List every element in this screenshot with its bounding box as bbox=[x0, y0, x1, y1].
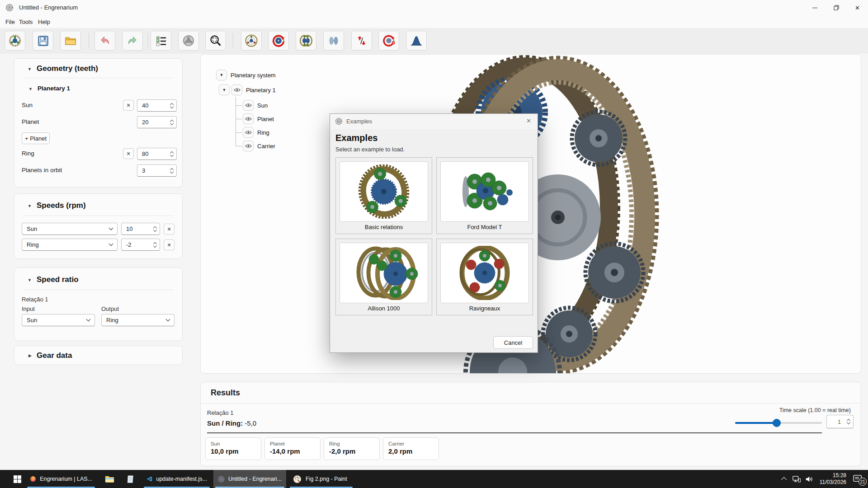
speed-arrows-icon bbox=[356, 35, 368, 47]
basic-relations-thumb-icon bbox=[348, 164, 420, 219]
save-button[interactable] bbox=[33, 31, 53, 51]
result-value: -2,0 rpm bbox=[329, 447, 374, 455]
planets-in-orbit-spinner[interactable]: 3 bbox=[137, 164, 177, 177]
remove-sun-button[interactable]: ✕ bbox=[123, 100, 134, 111]
new-project-button[interactable] bbox=[5, 31, 25, 51]
tree-item-label[interactable]: Sun bbox=[257, 102, 268, 109]
speeds-panel: ▼ Speeds (rpm) Sun 10 ✕ Ring -2 ✕ bbox=[14, 193, 183, 259]
scene-tree: ▼ Planetary system ▼ Planetary 1 Sun Pla… bbox=[201, 55, 336, 159]
expand-caret-icon[interactable]: ▶ bbox=[28, 353, 32, 358]
taskbar-item-engrenarium[interactable]: Untitled - Engrenari... bbox=[213, 470, 286, 488]
collapse-caret-icon[interactable]: ▼ bbox=[28, 278, 32, 282]
remove-ring-button[interactable]: ✕ bbox=[123, 148, 134, 159]
visibility-toggle-carrier[interactable] bbox=[243, 141, 254, 151]
collapse-caret-icon[interactable]: ▼ bbox=[28, 67, 32, 71]
zoom-fit-button[interactable] bbox=[205, 31, 226, 51]
example-thumbnail bbox=[340, 243, 428, 303]
taskbar-item-notepad[interactable] bbox=[120, 470, 140, 488]
minimize-button[interactable] bbox=[804, 0, 826, 15]
ratio-output-select[interactable]: Ring bbox=[101, 314, 175, 326]
sun-teeth-spinner[interactable]: 40 bbox=[137, 99, 177, 112]
dialog-close-button[interactable]: ✕ bbox=[526, 117, 531, 124]
restore-button[interactable] bbox=[826, 0, 847, 15]
tree-line bbox=[236, 105, 242, 106]
taskbar-item-vscode[interactable]: update-manifest.js... bbox=[142, 470, 212, 488]
taskbar-item-explorer[interactable] bbox=[99, 470, 119, 488]
planetary-view-button[interactable] bbox=[241, 31, 262, 51]
tree-collapse-group-button[interactable]: ▼ bbox=[219, 84, 230, 95]
speed-value-spinner-1[interactable]: -2 bbox=[121, 239, 160, 251]
time-scale-slider[interactable] bbox=[735, 418, 822, 427]
tree-line bbox=[236, 97, 236, 146]
time-scale-spinner[interactable]: 1 bbox=[826, 415, 854, 428]
visibility-toggle-planetary1[interactable] bbox=[231, 84, 242, 95]
tree-root-label[interactable]: Planetary system bbox=[231, 72, 276, 79]
add-planet-button[interactable]: + Planet bbox=[22, 132, 50, 144]
example-allison-1000[interactable]: Allison 1000 bbox=[335, 239, 432, 315]
planetary-pair-view-icon bbox=[299, 34, 313, 47]
coupler-button[interactable] bbox=[323, 31, 344, 51]
slider-thumb[interactable] bbox=[773, 419, 781, 427]
speed-value-spinner-0[interactable]: 10 bbox=[121, 223, 160, 235]
undo-button[interactable] bbox=[94, 31, 115, 51]
vscode-icon bbox=[146, 474, 152, 483]
visibility-toggle-ring[interactable] bbox=[243, 127, 254, 138]
ratio-input-select[interactable]: Sun bbox=[22, 314, 95, 326]
planet-teeth-spinner[interactable]: 20 bbox=[137, 116, 177, 128]
tree-item-label[interactable]: Ring bbox=[257, 129, 269, 136]
ring-teeth-spinner[interactable]: 80 bbox=[137, 148, 177, 160]
new-project-icon bbox=[9, 34, 21, 47]
tray-network-button[interactable] bbox=[790, 470, 803, 488]
remove-speed-button-1[interactable]: ✕ bbox=[164, 239, 175, 250]
tray-chevron-up-button[interactable] bbox=[778, 470, 790, 488]
speed-arrows-button[interactable] bbox=[351, 31, 372, 51]
ford-model-t-thumb-icon bbox=[448, 164, 521, 219]
tray-clock[interactable]: 15:28 11/03/2026 bbox=[816, 472, 846, 486]
tree-collapse-root-button[interactable]: ▼ bbox=[216, 70, 227, 80]
bell-curve-button[interactable] bbox=[406, 31, 427, 51]
close-button[interactable]: ✕ bbox=[847, 0, 868, 15]
tree-item-label[interactable]: Carrier bbox=[257, 143, 275, 150]
speed-gear-select-1[interactable]: Ring bbox=[22, 239, 118, 251]
restore-icon bbox=[834, 5, 839, 10]
tray-volume-button[interactable] bbox=[803, 470, 816, 488]
output-label: Output bbox=[101, 305, 119, 312]
open-button[interactable] bbox=[60, 31, 81, 51]
tree-group-label[interactable]: Planetary 1 bbox=[246, 87, 276, 94]
notification-center-button[interactable]: 21 bbox=[849, 470, 867, 488]
ring-teeth-value: 80 bbox=[142, 150, 148, 157]
tree-item-label[interactable]: Planet bbox=[257, 116, 274, 122]
results-panel: Results Relação 1 Sun / Ring: -5,0 Sun 1… bbox=[200, 382, 861, 466]
speed-gear-select-0[interactable]: Sun bbox=[22, 223, 118, 235]
taskbar-item-firefox[interactable]: Engrenarium | LAS... bbox=[25, 470, 97, 488]
cancel-button[interactable]: Cancel bbox=[493, 336, 533, 349]
taskbar-item-paint[interactable]: Fig 2.png - Paint bbox=[288, 470, 354, 488]
example-ravigneaux[interactable]: Ravigneaux bbox=[436, 239, 533, 315]
taskbar-item-label: Engrenarium | LAS... bbox=[40, 476, 92, 482]
result-card-planet: Planet -14,0 rpm bbox=[264, 437, 321, 460]
tray-time: 15:28 bbox=[816, 472, 846, 479]
visibility-toggle-planet[interactable] bbox=[243, 113, 254, 124]
add-rotation-button[interactable] bbox=[378, 31, 399, 51]
menu-help[interactable]: Help bbox=[34, 17, 54, 27]
examples-list-button[interactable] bbox=[151, 31, 171, 51]
collapse-caret-icon[interactable]: ▼ bbox=[28, 87, 33, 91]
menu-tools[interactable]: Tools bbox=[15, 17, 36, 27]
redo-button[interactable] bbox=[122, 31, 143, 51]
undo-icon bbox=[99, 35, 111, 47]
slider-fill bbox=[735, 422, 777, 424]
visibility-toggle-sun[interactable] bbox=[243, 100, 254, 111]
example-basic-relations[interactable]: Basic relations bbox=[335, 157, 432, 234]
ratio-result: Sun / Ring: -5,0 bbox=[207, 419, 256, 427]
toolbar-separator bbox=[233, 33, 233, 48]
remove-speed-button-0[interactable]: ✕ bbox=[164, 224, 175, 235]
planetary-pair-view-button[interactable] bbox=[296, 31, 316, 51]
collapse-caret-icon[interactable]: ▼ bbox=[28, 204, 32, 208]
menubar: File Tools Help bbox=[0, 15, 868, 28]
example-ford-model-t[interactable]: Ford Model T bbox=[436, 157, 533, 234]
wheel-view-button[interactable] bbox=[178, 31, 199, 51]
rotation-view-button[interactable] bbox=[268, 31, 289, 51]
result-label: Sun bbox=[211, 441, 256, 446]
start-button[interactable] bbox=[7, 470, 27, 488]
sun-label: Sun bbox=[22, 102, 33, 108]
